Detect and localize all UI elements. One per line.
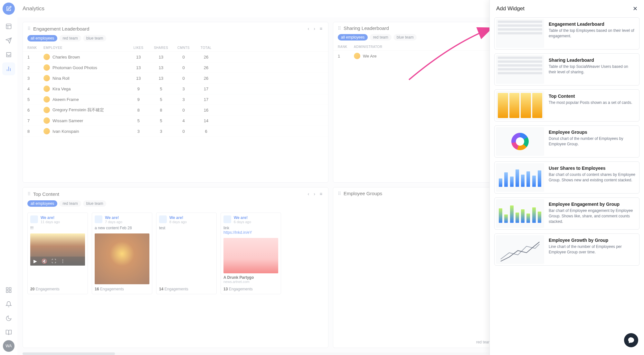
table-row[interactable]: 4Kira Vega95317 <box>23 84 328 94</box>
table-row[interactable]: 2Photoman Good Photos1313026 <box>23 62 328 73</box>
widget-engagement-leaderboard: ⠿ Engagement Leaderboard ‹ › ≡ all emplo… <box>23 22 328 183</box>
avatar <box>43 96 50 103</box>
widget-thumbnail <box>496 19 544 48</box>
nav-feed-icon[interactable] <box>2 20 15 33</box>
chip-red-team[interactable]: red team <box>370 34 391 41</box>
option-desc: Line chart of the number of Employees pe… <box>549 244 635 255</box>
widget-title: Sharing Leaderboard <box>344 25 389 31</box>
link[interactable]: https://lnkd.in/eY <box>223 230 252 235</box>
table-row[interactable]: 6Gregory Fernstein 我不確定88016 <box>23 105 328 115</box>
chip-all-employees[interactable]: all employees <box>338 34 368 41</box>
widget-top-content: ⠿ Top Content ‹ › ≡ all employees red te… <box>23 187 328 348</box>
table-row[interactable]: 8Ivan Konspain3306 <box>23 126 328 137</box>
avatar <box>95 215 102 223</box>
chip-red-team[interactable]: red team <box>59 200 81 207</box>
fullscreen-icon[interactable]: ⛶ <box>52 259 56 264</box>
widget-option[interactable]: Employee Growth by GroupLine chart of th… <box>494 233 639 266</box>
widget-title: Employee Groups <box>344 191 382 196</box>
nav-apps-icon[interactable] <box>2 284 15 296</box>
menu-icon[interactable]: ≡ <box>318 191 324 197</box>
option-title: User Shares to Employees <box>549 166 635 171</box>
chat-fab[interactable] <box>624 333 638 347</box>
avatar <box>43 75 50 81</box>
content-card[interactable]: We are!7 days ago a new content Feb 28 1… <box>92 213 152 294</box>
option-title: Engagement Leaderboard <box>549 22 635 27</box>
widget-thumbnail <box>496 127 544 156</box>
prev-icon[interactable]: ‹ <box>306 191 310 197</box>
drag-handle-icon[interactable]: ⠿ <box>27 26 31 31</box>
user-avatar[interactable]: WA <box>3 340 14 352</box>
chip-all-employees[interactable]: all employees <box>27 200 57 207</box>
avatar <box>43 86 50 92</box>
avatar <box>30 215 38 223</box>
prev-icon[interactable]: ‹ <box>306 25 310 32</box>
nav-inbox-icon[interactable] <box>2 48 15 61</box>
option-title: Top Content <box>549 94 632 99</box>
option-desc: Table of the top SocialWeaver Users base… <box>549 64 635 75</box>
table-row[interactable]: 1Charles Brown1313026 <box>23 52 328 62</box>
option-title: Employee Engagement by Group <box>549 202 635 207</box>
next-icon[interactable]: › <box>312 25 317 32</box>
page-title: Analytics <box>23 5 44 12</box>
drawer-title: Add Widget <box>496 5 525 12</box>
avatar <box>159 215 167 223</box>
option-title: Sharing Leaderboard <box>549 58 635 63</box>
nav-book-icon[interactable] <box>2 326 15 339</box>
widget-option[interactable]: User Shares to EmployeesBar chart of cou… <box>494 161 639 194</box>
widget-option[interactable]: Employee GroupsDonut chart of the number… <box>494 125 639 158</box>
avatar <box>354 53 360 59</box>
image-thumbnail <box>95 233 149 284</box>
nav-theme-icon[interactable] <box>2 312 15 325</box>
more-icon[interactable]: ⋮ <box>61 259 65 264</box>
avatar <box>43 64 50 71</box>
option-title: Employee Groups <box>549 130 635 135</box>
drag-handle-icon[interactable]: ⠿ <box>338 26 341 31</box>
content-card[interactable]: We are!6 days ago linkhttps://lnkd.in/eY… <box>221 213 281 294</box>
next-icon[interactable]: › <box>312 191 317 197</box>
drag-handle-icon[interactable]: ⠿ <box>338 191 341 196</box>
widget-thumbnail <box>496 235 544 264</box>
close-icon[interactable]: ✕ <box>633 5 638 12</box>
widget-option[interactable]: Sharing LeaderboardTable of the top Soci… <box>494 53 639 86</box>
drag-handle-icon[interactable]: ⠿ <box>27 191 31 196</box>
avatar <box>223 215 231 223</box>
chip-blue-team[interactable]: blue team <box>393 34 417 41</box>
table-header: RANK EMPLOYEE LIKES SHARES CMNTS TOTAL <box>23 44 328 52</box>
avatar <box>43 54 50 60</box>
play-icon[interactable]: ▶ <box>33 259 37 264</box>
table-row[interactable]: 7Wissam Sameer55414 <box>23 115 328 126</box>
widget-thumbnail <box>496 91 544 120</box>
nav-bell-icon[interactable] <box>2 298 15 311</box>
svg-rect-8 <box>6 288 8 290</box>
content-card[interactable]: We are!11 days ago !!! ▶ 🔇 ⛶ ⋮ 20 Engage… <box>27 213 88 294</box>
option-desc: Donut chart of the number of Employees b… <box>549 136 635 147</box>
widget-option[interactable]: Engagement LeaderboardTable of the top E… <box>494 17 639 50</box>
nav-send-icon[interactable] <box>2 34 15 47</box>
table-row[interactable]: 3Nina Roll1313026 <box>23 73 328 84</box>
mute-icon[interactable]: 🔇 <box>42 259 47 264</box>
svg-rect-10 <box>9 291 11 293</box>
chip-all-employees[interactable]: all employees <box>27 35 57 41</box>
widget-option[interactable]: Top ContentThe most popular Posts shown … <box>494 89 639 122</box>
widget-title: Engagement Leaderboard <box>33 26 89 32</box>
image-thumbnail <box>223 238 278 273</box>
option-desc: Bar chart of counts of content shares by… <box>549 172 635 183</box>
nav-analytics-icon[interactable] <box>2 62 15 75</box>
video-thumbnail[interactable]: ▶ 🔇 ⛶ ⋮ <box>30 233 85 266</box>
menu-icon[interactable]: ≡ <box>318 25 324 32</box>
content-card[interactable]: We are!8 days ago test 14 Engagements <box>156 213 217 294</box>
svg-rect-11 <box>6 291 8 293</box>
chip-blue-team[interactable]: blue team <box>83 35 107 41</box>
add-widget-drawer: Add Widget ✕ Engagement LeaderboardTable… <box>489 0 644 355</box>
chip-blue-team[interactable]: blue team <box>83 200 107 207</box>
widget-thumbnail <box>496 55 544 84</box>
svg-rect-9 <box>9 288 11 290</box>
widget-title: Top Content <box>33 191 59 197</box>
compose-button[interactable] <box>3 3 15 15</box>
widget-thumbnail <box>496 163 544 192</box>
table-row[interactable]: 5Akeem Frame95317 <box>23 94 328 105</box>
widget-option[interactable]: Employee Engagement by GroupBar chart of… <box>494 197 639 230</box>
chip-red-team[interactable]: red team <box>59 35 81 41</box>
sidebar-nav: WA <box>0 0 17 355</box>
avatar <box>43 128 50 134</box>
